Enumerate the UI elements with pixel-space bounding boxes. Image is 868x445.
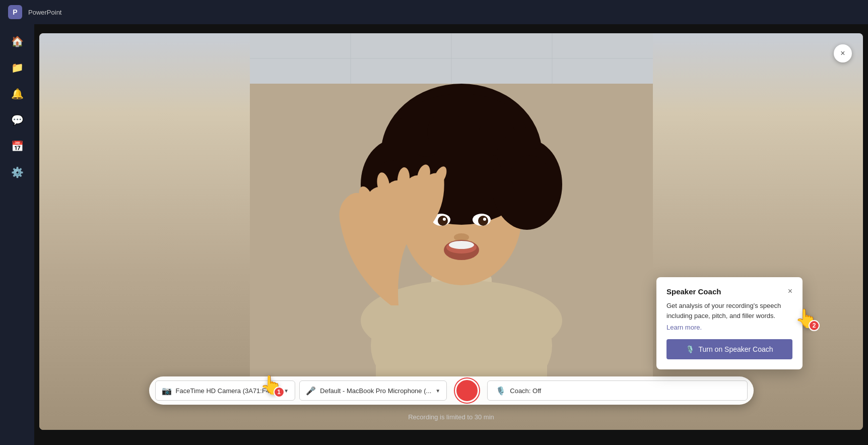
person-container bbox=[250, 33, 653, 430]
sidebar-icon-bell[interactable]: 🔔 bbox=[6, 83, 28, 105]
recording-limit: Recording is limited to 30 min bbox=[408, 413, 494, 421]
camera-dropdown-arrow: ▼ bbox=[284, 388, 289, 394]
sidebar-icon-settings[interactable]: ⚙️ bbox=[6, 161, 28, 183]
sidebar-icon-calendar[interactable]: 📅 bbox=[6, 135, 28, 157]
coach-label: Coach: Off bbox=[510, 387, 541, 395]
cursor-indicator-2: 👆 2 bbox=[795, 308, 818, 329]
turn-on-speaker-coach-button[interactable]: 🎙️ Turn on Speaker Coach bbox=[666, 339, 792, 359]
main-content: 📷 FaceTime HD Camera (3A71:F4B5) ▼ 🎤 Def… bbox=[34, 24, 868, 445]
coach-icon: 🎙️ bbox=[496, 386, 506, 396]
popup-learn-more-link[interactable]: Learn more. bbox=[666, 324, 792, 331]
record-button[interactable] bbox=[455, 378, 479, 403]
top-bar: P PowerPoint bbox=[0, 0, 868, 24]
popup-header: Speaker Coach × bbox=[666, 287, 792, 296]
sidebar-icon-folder[interactable]: 📁 bbox=[6, 56, 28, 79]
sidebar-icon-home[interactable]: 🏠 bbox=[6, 30, 28, 52]
cursor-number-2: 2 bbox=[809, 320, 820, 331]
recording-window: 📷 FaceTime HD Camera (3A71:F4B5) ▼ 🎤 Def… bbox=[39, 33, 863, 430]
popup-title: Speaker Coach bbox=[666, 287, 721, 296]
camera-icon: 📷 bbox=[162, 386, 172, 396]
app-icon: P bbox=[8, 5, 22, 19]
svg-point-29 bbox=[478, 216, 488, 226]
coach-cta-label: Turn on Speaker Coach bbox=[698, 345, 773, 353]
coach-cta-icon: 🎙️ bbox=[686, 345, 694, 353]
svg-rect-12 bbox=[376, 295, 547, 386]
coach-button[interactable]: 🎙️ Coach: Off bbox=[487, 380, 747, 401]
close-recording-button[interactable]: × bbox=[834, 44, 852, 62]
microphone-dropdown-arrow: ▼ bbox=[435, 388, 440, 394]
svg-point-30 bbox=[443, 218, 446, 221]
popup-description: Get analysis of your recording's speech … bbox=[666, 301, 792, 321]
microphone-selector[interactable]: 🎤 Default - MacBook Pro Microphone (... … bbox=[299, 380, 447, 401]
svg-point-35 bbox=[449, 241, 474, 249]
svg-point-24 bbox=[510, 155, 549, 194]
microphone-label: Default - MacBook Pro Microphone (... bbox=[320, 387, 431, 395]
cursor-indicator-1: 👆 1 bbox=[260, 374, 283, 396]
svg-point-28 bbox=[438, 216, 448, 226]
cursor-number-1: 1 bbox=[274, 387, 285, 398]
control-bar: 📷 FaceTime HD Camera (3A71:F4B5) ▼ 🎤 Def… bbox=[149, 376, 754, 405]
microphone-icon: 🎤 bbox=[306, 386, 316, 396]
svg-point-31 bbox=[483, 218, 486, 221]
sidebar: 🏠 📁 🔔 💬 📅 ⚙️ bbox=[0, 24, 34, 445]
popup-close-button[interactable]: × bbox=[788, 287, 792, 295]
sidebar-icon-chat[interactable]: 💬 bbox=[6, 109, 28, 131]
speaker-coach-popup: Speaker Coach × Get analysis of your rec… bbox=[656, 277, 803, 369]
app-title: PowerPoint bbox=[28, 9, 61, 16]
video-area bbox=[39, 33, 863, 430]
